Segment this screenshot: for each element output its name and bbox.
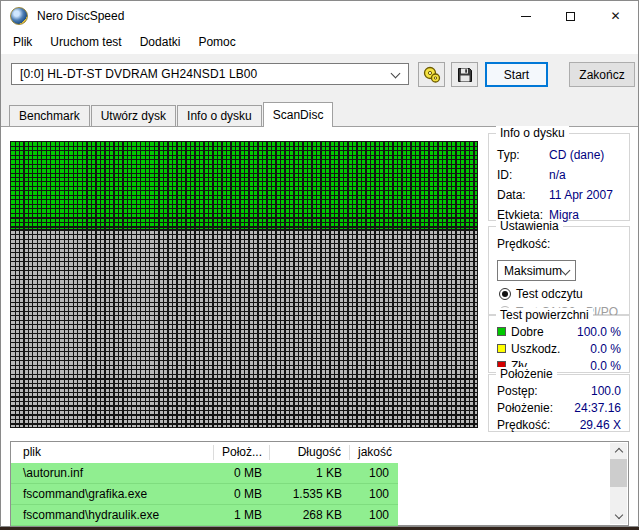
close-button[interactable]: ✕ <box>593 1 638 31</box>
tab-utworz-dysk[interactable]: Utwórz dysk <box>91 105 176 126</box>
surface-test-title: Test powierzchni <box>496 308 593 322</box>
app-window: Nero DiscSpeed ✕ Plik Uruchom test Dodat… <box>0 0 639 527</box>
speed-value: 29.46 X <box>580 418 621 432</box>
surface-test-group: Test powierzchni Dobre 100.0 % Uszkodz. … <box>488 315 630 373</box>
file-table: plik Położ... Długość jakość \autorun.in… <box>10 441 629 526</box>
cell-dlugosc: 268 KB <box>270 508 350 522</box>
save-button[interactable] <box>451 62 478 87</box>
app-icon <box>10 7 28 25</box>
titlebar: Nero DiscSpeed ✕ <box>1 1 638 31</box>
speed-dropdown[interactable]: Maksimum <box>497 260 576 281</box>
cell-jakosc: 100 <box>350 466 397 480</box>
table-row[interactable]: \autorun.inf 0 MB 1 KB 100 <box>11 463 398 484</box>
drive-selector-value: [0:0] HL-DT-ST DVDRAM GH24NSD1 LB00 <box>20 67 257 81</box>
window-title: Nero DiscSpeed <box>37 9 124 23</box>
cell-dlugosc: 1 KB <box>270 466 350 480</box>
scandisc-page: Info o dysku Typ: CD (dane) ID: n/a Data… <box>1 126 639 527</box>
tabstrip: Benchmark Utwórz dysk Info o dysku ScanD… <box>1 98 638 126</box>
column-header-poloz[interactable]: Położ... <box>214 445 270 460</box>
cell-poloz: 0 MB <box>214 466 270 480</box>
column-header-dlugosc[interactable]: Długość <box>270 445 350 460</box>
maximize-button[interactable] <box>548 1 593 31</box>
menu-pomoc[interactable]: Pomoc <box>189 31 244 54</box>
scroll-up-button[interactable] <box>610 443 627 458</box>
floppy-disk-icon <box>457 67 473 83</box>
table-row[interactable]: fscommand\grafika.exe 0 MB 1.535 KB 100 <box>11 484 398 505</box>
toolbar: [0:0] HL-DT-ST DVDRAM GH24NSD1 LB00 Star… <box>1 54 638 98</box>
cell-dlugosc: 1.535 KB <box>270 487 350 501</box>
radio-selected-icon <box>499 288 511 300</box>
position-title: Położenie <box>496 367 557 381</box>
scrollbar-thumb[interactable] <box>610 459 627 487</box>
file-table-header: plik Położ... Długość jakość <box>11 442 628 463</box>
radio-test-odczytu-label: Test odczytu <box>516 287 583 301</box>
table-row[interactable]: fscommand\hydraulik.exe 1 MB 268 KB 100 <box>11 505 398 526</box>
good-swatch-icon <box>497 327 506 336</box>
column-header-plik[interactable]: plik <box>11 445 214 460</box>
start-button-label: Start <box>504 68 529 82</box>
disc-type-label: Typ: <box>497 148 549 162</box>
speed-row: Prędkość: 29.46 X <box>497 418 621 432</box>
menu-uruchom-test[interactable]: Uruchom test <box>41 31 130 54</box>
damaged-swatch-icon <box>497 344 506 353</box>
quit-button[interactable]: Zakończ <box>569 62 635 87</box>
chevron-down-icon <box>614 511 622 519</box>
close-icon: ✕ <box>610 9 620 23</box>
disc-date-value: 11 Apr 2007 <box>549 188 613 202</box>
damaged-label: Uszkodz. <box>511 342 560 356</box>
speed-label: Prędkość: <box>497 237 550 251</box>
speed-value-label: Prędkość: <box>497 418 550 432</box>
bad-value: 0.0 % <box>590 359 621 373</box>
menu-dodatki[interactable]: Dodatki <box>131 31 190 54</box>
scan-grid-unscanned-band <box>10 230 478 428</box>
location-value: 24:37.16 <box>574 401 621 415</box>
minimize-button[interactable] <box>503 1 548 31</box>
damaged-value: 0.0 % <box>590 342 621 356</box>
surface-good-row: Dobre 100.0 % <box>497 324 621 339</box>
disc-id-value: n/a <box>549 168 566 182</box>
position-group: Położenie Postęp: 100.0 Położenie: 24:37… <box>488 374 630 432</box>
cell-plik: fscommand\grafika.exe <box>11 487 214 501</box>
progress-label: Postęp: <box>497 384 538 398</box>
surface-damaged-row: Uszkodz. 0.0 % <box>497 341 621 356</box>
settings-title: Ustawienia <box>496 219 563 233</box>
disc-info-group: Info o dysku Typ: CD (dane) ID: n/a Data… <box>488 133 630 221</box>
minimize-icon <box>521 16 531 17</box>
disc-info-title: Info o dysku <box>496 126 569 140</box>
location-label: Położenie: <box>497 401 553 415</box>
progress-row: Postęp: 100.0 <box>497 384 621 398</box>
menu-plik[interactable]: Plik <box>4 31 41 54</box>
menubar: Plik Uruchom test Dodatki Pomoc <box>1 31 638 54</box>
disc-date-label: Data: <box>497 188 549 202</box>
good-label: Dobre <box>511 325 544 339</box>
location-row: Położenie: 24:37.16 <box>497 401 621 415</box>
disc-info-row: Data: 11 Apr 2007 <box>497 184 621 205</box>
disc-type-value: CD (dane) <box>549 148 604 162</box>
tab-scandisc[interactable]: ScanDisc <box>263 102 334 127</box>
scroll-down-button[interactable] <box>610 509 627 524</box>
eject-disc-button[interactable] <box>418 62 445 87</box>
disc-info-row: ID: n/a <box>497 164 621 185</box>
scan-grid-good-band <box>10 141 478 230</box>
speed-dropdown-value: Maksimum <box>504 264 562 278</box>
cell-jakosc: 100 <box>350 487 397 501</box>
tab-benchmark[interactable]: Benchmark <box>9 105 90 126</box>
disc-id-label: ID: <box>497 168 549 182</box>
chevron-up-icon <box>614 448 622 456</box>
column-header-jakosc[interactable]: jakość <box>350 445 397 460</box>
table-scrollbar[interactable] <box>610 443 627 524</box>
good-value: 100.0 % <box>577 325 621 339</box>
maximize-icon <box>566 12 575 21</box>
radio-test-odczytu[interactable]: Test odczytu <box>499 287 583 301</box>
cell-poloz: 1 MB <box>214 508 270 522</box>
drive-selector[interactable]: [0:0] HL-DT-ST DVDRAM GH24NSD1 LB00 <box>11 63 409 85</box>
progress-value: 100.0 <box>591 384 621 398</box>
disc-info-row: Typ: CD (dane) <box>497 144 621 165</box>
disc-gears-icon <box>422 66 442 84</box>
scan-surface-grid <box>10 141 478 428</box>
chevron-down-icon <box>391 69 401 79</box>
cell-poloz: 0 MB <box>214 487 270 501</box>
tab-info-o-dysku[interactable]: Info o dysku <box>177 105 262 126</box>
settings-group: Ustawienia Prędkość: Maksimum Test odczy… <box>488 226 630 315</box>
start-button[interactable]: Start <box>485 62 548 87</box>
